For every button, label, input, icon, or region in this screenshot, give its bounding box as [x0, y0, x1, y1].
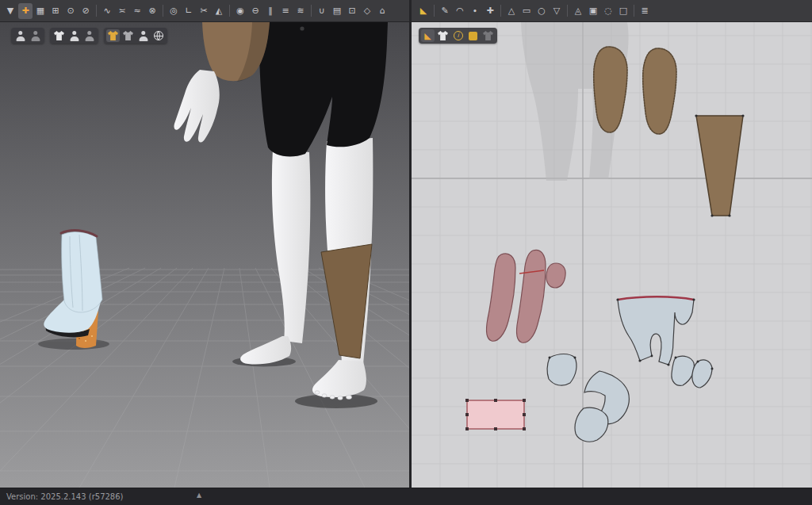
buttonhole-tool-icon[interactable]: ⊖ [248, 3, 262, 19]
detach-sewing-tool-icon[interactable]: ⊗ [145, 3, 159, 19]
show-mannequin-toggle[interactable] [82, 29, 96, 42]
pattern-shirt-icon [438, 31, 448, 40]
toolbar-separator [163, 5, 163, 17]
topstitch-tool-icon[interactable]: ≡ [278, 3, 293, 19]
tack-tool-icon[interactable]: ◎ [167, 3, 181, 19]
status-bar: Version: 2025.2.143 (r57286) ▲ [0, 488, 812, 505]
dart-tool-icon[interactable]: ▽ [550, 3, 564, 19]
show-avatar-toggle[interactable] [13, 29, 27, 42]
viewport-2d[interactable]: ◣ i [412, 22, 812, 488]
scissors-tool-icon[interactable]: ✂ [197, 3, 211, 19]
arrangement-tool-icon[interactable]: ⌂ [375, 3, 389, 19]
pin-tool-icon[interactable]: ⊙ [63, 3, 78, 19]
button-tool-icon[interactable]: ◉ [233, 3, 247, 19]
viewport-2d-toggles: ◣ i [419, 28, 497, 44]
application-window: ▼ ✚ ▦ ⊞ ⊙ ⊘ ∿ ≍ ≈ ⊗ ◎ ∟ ✂ ◭ ◉ ⊖ ‖ ≡ ≋ ∪ … [0, 0, 812, 505]
version-label: Version: 2025.2.143 (r57286) [0, 492, 123, 501]
show-garment-toggle[interactable] [52, 29, 66, 42]
grading-tool-icon[interactable]: ◇ [360, 3, 374, 19]
create-polygon-tool-icon[interactable]: △ [504, 3, 519, 19]
toolbar-separator [434, 5, 435, 17]
edit-curvature-tool-icon[interactable]: ◠ [453, 3, 467, 19]
avatar-bust-icon [15, 31, 25, 41]
edit-pattern-tool-icon[interactable]: ✎ [438, 3, 452, 19]
edit-curve-point-tool-icon[interactable]: ∙ [468, 3, 482, 19]
toolbar-separator [634, 5, 634, 17]
shirring-tool-icon[interactable]: ≋ [293, 3, 308, 19]
scene-2d [412, 22, 812, 488]
environment-display-toggle[interactable] [151, 29, 165, 42]
viewport-3d[interactable] [0, 22, 409, 488]
globe-icon [154, 31, 163, 40]
measure-tool-icon[interactable]: ∟ [182, 3, 196, 19]
fitting-shirt-icon [108, 31, 118, 40]
info-icon: i [454, 31, 463, 40]
show-avatar-mesh-toggle[interactable] [67, 29, 81, 42]
fitting-display-toggle[interactable] [106, 29, 120, 42]
toolbar-separator [500, 5, 501, 17]
shorts-button [300, 26, 304, 30]
fabric-swatch-icon [469, 32, 477, 40]
toggle-group-view [104, 28, 167, 44]
fabric-tool-icon[interactable]: ▤ [330, 3, 344, 19]
pose-person-icon [138, 31, 148, 41]
remove-pin-tool-icon[interactable]: ⊘ [79, 3, 93, 19]
toggle-group-garment [50, 28, 98, 44]
toolbar-separator [96, 5, 97, 17]
steam-iron-tool-icon[interactable]: ◭ [212, 3, 226, 19]
toolbar-separator [229, 5, 230, 17]
fabric-display-toggle[interactable] [121, 29, 135, 42]
show-sewing-toggle[interactable] [481, 29, 495, 42]
person-icon [69, 31, 79, 41]
simulate-tool-icon[interactable]: ▼ [3, 3, 17, 19]
pose-display-toggle[interactable] [136, 29, 150, 42]
toolbar-2d-tools: ◣ ✎ ◠ ∙ ✚ △ ▭ ○ ▽ ◬ ▣ ◌ □ ≣ [412, 0, 812, 21]
toggle-group-display [11, 28, 44, 44]
selected-rectangle-pattern[interactable] [465, 399, 526, 430]
pattern-information-toggle[interactable]: i [451, 29, 465, 42]
flatten-tool-icon[interactable]: ⊡ [345, 3, 359, 19]
toggle-group-2d: ◣ i [419, 28, 497, 44]
add-point-tool-icon[interactable]: ✚ [483, 3, 497, 19]
zipper-tool-icon[interactable]: ‖ [263, 3, 278, 19]
segment-sewing-tool-icon[interactable]: ≍ [115, 3, 129, 19]
trace-tool-icon[interactable]: □ [616, 3, 630, 19]
select-mesh-tool-icon[interactable]: ▦ [33, 3, 48, 19]
create-circle-tool-icon[interactable]: ○ [534, 3, 549, 19]
transform-sketch-toggle[interactable]: ◣ [421, 29, 435, 42]
scene-3d [0, 22, 409, 488]
safety-pin-tool-icon[interactable]: ∪ [315, 3, 329, 19]
box-select-tool-icon[interactable]: ⊞ [48, 3, 63, 19]
toolbar-separator [311, 5, 312, 17]
internal-polygon-tool-icon[interactable]: ◬ [571, 3, 585, 19]
grading-2d-tool-icon[interactable]: ≣ [638, 3, 652, 19]
transform-pattern-tool-icon[interactable]: ◣ [416, 3, 431, 19]
select-move-tool-icon[interactable]: ✚ [18, 3, 33, 19]
fabric-shirt-icon [123, 31, 133, 40]
statusbar-collapse-arrow[interactable]: ▲ [197, 492, 201, 499]
fabric-swatch-toggle[interactable] [466, 29, 480, 42]
show-arrangement-toggle[interactable] [29, 29, 42, 42]
shirt-icon [54, 31, 64, 40]
sewing-edit-tool-icon[interactable]: ∿ [100, 3, 114, 19]
internal-rectangle-tool-icon[interactable]: ▣ [586, 3, 600, 19]
main-toolbar: ▼ ✚ ▦ ⊞ ⊙ ⊘ ∿ ≍ ≈ ⊗ ◎ ∟ ✂ ◭ ◉ ⊖ ‖ ≡ ≋ ∪ … [0, 0, 812, 22]
toolbar-separator [567, 5, 568, 17]
show-garment-pattern-toggle[interactable] [436, 29, 450, 42]
free-sewing-tool-icon[interactable]: ≈ [130, 3, 144, 19]
internal-circle-tool-icon[interactable]: ◌ [601, 3, 615, 19]
mannequin-icon [84, 31, 94, 41]
arrangement-bust-icon [30, 31, 40, 41]
toolbar-3d-tools: ▼ ✚ ▦ ⊞ ⊙ ⊘ ∿ ≍ ≈ ⊗ ◎ ∟ ✂ ◭ ◉ ⊖ ‖ ≡ ≋ ∪ … [0, 0, 409, 21]
create-rectangle-tool-icon[interactable]: ▭ [519, 3, 534, 19]
transform-tool-icon: ◣ [424, 32, 431, 40]
sewing-shirt-icon [483, 31, 493, 40]
viewport-3d-toggles [11, 28, 167, 44]
